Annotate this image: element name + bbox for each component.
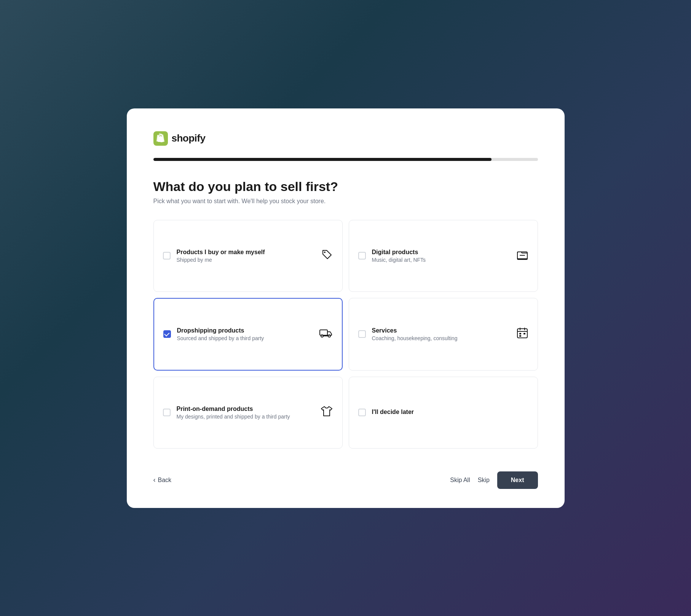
svg-rect-12 — [519, 335, 521, 337]
page-title: What do you plan to sell first? — [153, 179, 538, 194]
svg-point-4 — [321, 335, 323, 337]
logo-text: shopify — [172, 132, 206, 144]
option-left: Dropshipping products Sourced and shippe… — [163, 327, 264, 341]
option-print-on-demand[interactable]: Print-on-demand products My designs, pri… — [153, 377, 343, 449]
option-digital-products[interactable]: Digital products Music, digital art, NFT… — [349, 220, 538, 292]
svg-point-5 — [328, 335, 330, 337]
checkbox-own-products[interactable] — [163, 252, 171, 259]
skip-all-button[interactable]: Skip All — [450, 477, 470, 484]
checkbox-dropshipping[interactable] — [163, 330, 171, 338]
option-text-own-products: Products I buy or make myself Shipped by… — [177, 249, 265, 263]
logo-area: shopify — [153, 131, 538, 146]
price-tag-icon — [321, 248, 333, 263]
option-left: Products I buy or make myself Shipped by… — [163, 249, 265, 263]
option-left: Services Coaching, housekeeping, consult… — [358, 327, 458, 341]
progress-bar-container — [153, 158, 538, 161]
options-grid: Products I buy or make myself Shipped by… — [153, 220, 538, 449]
option-left: Digital products Music, digital art, NFT… — [358, 249, 426, 263]
svg-rect-3 — [320, 330, 327, 335]
option-title-digital-products: Digital products — [372, 249, 426, 256]
option-text-dropshipping: Dropshipping products Sourced and shippe… — [177, 327, 264, 341]
option-subtitle-dropshipping: Sourced and shipped by a third party — [177, 335, 264, 341]
modal-container: shopify What do you plan to sell first? … — [127, 108, 565, 508]
skip-button[interactable]: Skip — [478, 477, 490, 484]
option-left: Print-on-demand products My designs, pri… — [163, 406, 290, 420]
footer-right: Skip All Skip Next — [450, 471, 538, 489]
back-button[interactable]: ‹ Back — [153, 476, 172, 484]
option-title-services: Services — [372, 327, 458, 334]
truck-icon — [319, 327, 333, 342]
option-subtitle-digital-products: Music, digital art, NFTs — [372, 257, 426, 263]
checkbox-print-on-demand[interactable] — [163, 409, 171, 416]
option-text-print-on-demand: Print-on-demand products My designs, pri… — [177, 406, 290, 420]
option-dropshipping[interactable]: Dropshipping products Sourced and shippe… — [153, 298, 343, 371]
calendar-icon — [516, 327, 528, 342]
progress-bar-fill — [153, 158, 492, 161]
option-text-digital-products: Digital products Music, digital art, NFT… — [372, 249, 426, 263]
footer: ‹ Back Skip All Skip Next — [153, 471, 538, 489]
option-decide-later[interactable]: I'll decide later — [349, 377, 538, 449]
shopify-logo-icon — [153, 131, 168, 146]
option-services[interactable]: Services Coaching, housekeeping, consult… — [349, 298, 538, 371]
option-left: I'll decide later — [358, 409, 414, 417]
svg-rect-11 — [519, 333, 521, 334]
option-subtitle-print-on-demand: My designs, printed and shipped by a thi… — [177, 414, 290, 420]
option-title-own-products: Products I buy or make myself — [177, 249, 265, 256]
page-subtitle: Pick what you want to start with. We'll … — [153, 198, 538, 205]
option-subtitle-own-products: Shipped by me — [177, 257, 265, 263]
svg-rect-13 — [523, 333, 525, 334]
tshirt-icon — [320, 405, 333, 420]
checkbox-digital-products[interactable] — [358, 252, 366, 259]
checkbox-services[interactable] — [358, 330, 366, 338]
folder-icon — [516, 248, 528, 263]
next-button[interactable]: Next — [497, 471, 538, 489]
svg-rect-7 — [517, 329, 527, 338]
back-label: Back — [158, 477, 172, 484]
option-title-print-on-demand: Print-on-demand products — [177, 406, 290, 412]
option-title-decide-later: I'll decide later — [372, 409, 414, 415]
option-title-dropshipping: Dropshipping products — [177, 327, 264, 334]
option-subtitle-services: Coaching, housekeeping, consulting — [372, 335, 458, 341]
checkbox-decide-later[interactable] — [358, 409, 366, 416]
option-text-services: Services Coaching, housekeeping, consult… — [372, 327, 458, 341]
option-own-products[interactable]: Products I buy or make myself Shipped by… — [153, 220, 343, 292]
back-chevron-icon: ‹ — [153, 476, 156, 484]
svg-point-1 — [324, 251, 326, 253]
option-text-decide-later: I'll decide later — [372, 409, 414, 417]
